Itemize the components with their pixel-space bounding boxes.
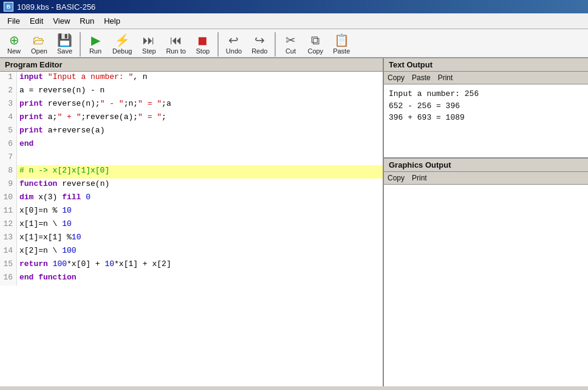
token-num: 100 bbox=[62, 246, 76, 255]
new-label: New bbox=[7, 47, 21, 55]
open-label: Open bbox=[31, 47, 47, 55]
line-code[interactable]: return 100*x[0] + 10*x[1] + x[2] bbox=[17, 259, 383, 272]
code-line[interactable]: 5print a+reverse(a) bbox=[0, 125, 383, 139]
token-cmt: # n -> x[2]x[1]x[0] bbox=[19, 166, 109, 175]
cut-label: Cut bbox=[285, 47, 296, 55]
graphics-output-content bbox=[384, 185, 588, 386]
line-code[interactable] bbox=[17, 152, 383, 165]
app-icon: B bbox=[4, 2, 13, 12]
stop-button[interactable]: ◼Stop bbox=[191, 32, 214, 57]
runto-button[interactable]: ⏮Run to bbox=[162, 32, 190, 57]
runto-label: Run to bbox=[166, 47, 185, 55]
token-fn: end function bbox=[19, 273, 77, 282]
code-line[interactable]: 4print a;" + ";reverse(a);" = "; bbox=[0, 112, 383, 125]
token-plain: x[0]=n % bbox=[19, 206, 62, 215]
token-plain: x(3) bbox=[33, 193, 62, 202]
toolbar-separator bbox=[80, 32, 81, 56]
save-button[interactable]: 💾Save bbox=[53, 32, 77, 57]
code-line[interactable]: 2a = reverse(n) - n bbox=[0, 85, 383, 98]
menu-item-file[interactable]: File bbox=[2, 15, 25, 27]
toolbar-separator bbox=[275, 32, 276, 56]
token-kw: dim bbox=[19, 193, 33, 202]
code-line[interactable]: 14x[2]=n \ 100 bbox=[0, 245, 383, 259]
line-code[interactable]: x[1]=n \ 10 bbox=[17, 219, 383, 232]
code-line[interactable]: 13x[1]=x[1] %10 bbox=[0, 232, 383, 245]
run-label: Run bbox=[89, 47, 101, 55]
line-code[interactable]: print a;" + ";reverse(a);" = "; bbox=[17, 112, 383, 125]
redo-button[interactable]: ↪Redo bbox=[247, 32, 272, 57]
new-icon: ⊕ bbox=[9, 34, 19, 46]
line-number: 11 bbox=[0, 205, 17, 219]
paste-button[interactable]: 📋Paste bbox=[329, 32, 354, 57]
line-code[interactable]: x[2]=n \ 100 bbox=[17, 245, 383, 259]
line-number: 1 bbox=[0, 72, 17, 85]
copy-icon: ⧉ bbox=[311, 34, 320, 46]
title-bar: B 1089.kbs - BASIC-256 bbox=[0, 0, 588, 13]
token-num: 10 bbox=[62, 206, 72, 215]
code-line[interactable]: 1input "Input a number: ", n bbox=[0, 72, 383, 85]
token-plain: , n bbox=[133, 72, 147, 81]
code-line[interactable]: 16end function bbox=[0, 272, 383, 286]
graphics-output-toolbar: CopyPrint bbox=[384, 172, 588, 185]
line-number: 3 bbox=[0, 98, 17, 112]
token-str: " = " bbox=[138, 99, 162, 108]
menu-item-help[interactable]: Help bbox=[99, 15, 125, 27]
code-line[interactable]: 9function reverse(n) bbox=[0, 179, 383, 192]
line-number: 6 bbox=[0, 139, 17, 152]
undo-button[interactable]: ↩Undo bbox=[222, 32, 246, 57]
text-output-line: Input a number: 256 bbox=[389, 88, 583, 100]
code-line[interactable]: 10dim x(3) fill 0 bbox=[0, 192, 383, 205]
line-code[interactable]: input "Input a number: ", n bbox=[17, 72, 383, 85]
graphics-output-section: Graphics Output CopyPrint bbox=[384, 159, 588, 386]
debug-button[interactable]: ⚡Debug bbox=[108, 32, 136, 57]
undo-icon: ↩ bbox=[228, 34, 239, 46]
line-number: 5 bbox=[0, 125, 17, 139]
menu-item-edit[interactable]: Edit bbox=[25, 15, 48, 27]
code-line[interactable]: 11x[0]=n % 10 bbox=[0, 205, 383, 219]
step-icon: ⏭ bbox=[143, 34, 155, 46]
code-line[interactable]: 7 bbox=[0, 152, 383, 165]
token-plain: a+reverse(a) bbox=[43, 126, 104, 135]
line-code[interactable]: x[1]=x[1] %10 bbox=[17, 232, 383, 245]
token-plain: ;a bbox=[162, 99, 171, 108]
line-code[interactable]: print a+reverse(a) bbox=[17, 125, 383, 139]
token-kw: print bbox=[19, 99, 43, 108]
run-button[interactable]: ▶Run bbox=[84, 32, 107, 57]
cut-button[interactable]: ✂Cut bbox=[279, 32, 302, 57]
menu-item-run[interactable]: Run bbox=[75, 15, 99, 27]
token-plain: x[1]=x[1] % bbox=[19, 233, 72, 242]
code-line[interactable]: 8# n -> x[2]x[1]x[0] bbox=[0, 165, 383, 179]
save-icon: 💾 bbox=[57, 34, 72, 46]
line-code[interactable]: function reverse(n) bbox=[17, 179, 383, 192]
copy-button[interactable]: ⧉Copy bbox=[303, 32, 327, 57]
graphics-output-print-button[interactable]: Print bbox=[412, 174, 427, 182]
code-line[interactable]: 12x[1]=n \ 10 bbox=[0, 219, 383, 232]
token-plain: ; bbox=[162, 112, 166, 121]
line-number: 12 bbox=[0, 219, 17, 232]
code-line[interactable]: 15return 100*x[0] + 10*x[1] + x[2] bbox=[0, 259, 383, 272]
code-line[interactable]: 6end bbox=[0, 139, 383, 152]
line-code[interactable]: end bbox=[17, 139, 383, 152]
text-output-print-button[interactable]: Print bbox=[438, 74, 453, 82]
line-code[interactable]: x[0]=n % 10 bbox=[17, 205, 383, 219]
code-line[interactable]: 3print reverse(n);" - ";n;" = ";a bbox=[0, 98, 383, 112]
line-code[interactable]: print reverse(n);" - ";n;" = ";a bbox=[17, 98, 383, 112]
line-code[interactable]: dim x(3) fill 0 bbox=[17, 192, 383, 205]
paste-label: Paste bbox=[333, 47, 350, 55]
text-output-copy-button[interactable]: Copy bbox=[388, 74, 405, 82]
editor-area[interactable]: 1input "Input a number: ", n2a = reverse… bbox=[0, 72, 383, 386]
line-code[interactable]: end function bbox=[17, 272, 383, 286]
token-plain bbox=[43, 72, 48, 81]
line-code[interactable]: a = reverse(n) - n bbox=[17, 85, 383, 98]
token-plain: x[2]=n \ bbox=[19, 246, 62, 255]
token-fn: function bbox=[19, 179, 57, 188]
step-button[interactable]: ⏭Step bbox=[137, 32, 160, 57]
line-number: 9 bbox=[0, 179, 17, 192]
line-number: 7 bbox=[0, 152, 17, 165]
new-button[interactable]: ⊕New bbox=[2, 32, 26, 57]
line-code[interactable]: # n -> x[2]x[1]x[0] bbox=[17, 165, 383, 179]
text-output-paste-button[interactable]: Paste bbox=[412, 74, 431, 82]
menu-item-view[interactable]: View bbox=[48, 15, 75, 27]
graphics-output-copy-button[interactable]: Copy bbox=[388, 174, 405, 182]
open-button[interactable]: 🗁Open bbox=[27, 32, 52, 57]
